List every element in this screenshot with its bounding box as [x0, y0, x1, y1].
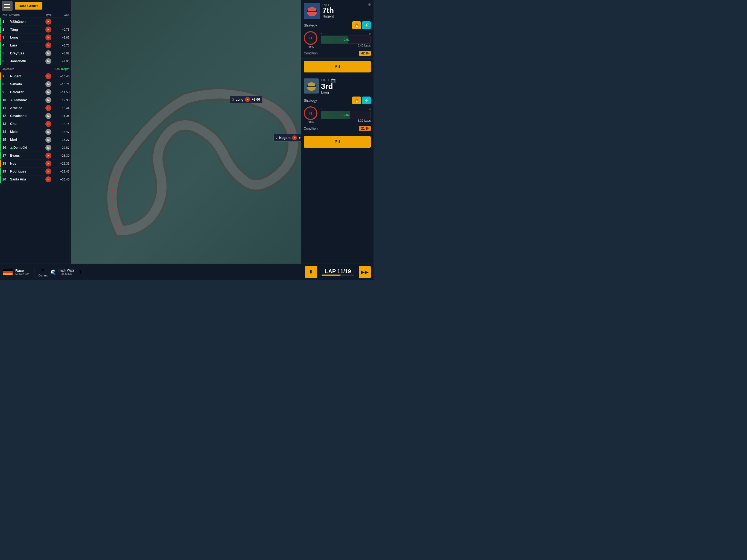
- gap-value: -: [55, 20, 70, 23]
- table-row[interactable]: 10 Antonov M +12.98: [0, 96, 71, 104]
- driver1-tyre-gauge: H: [304, 31, 317, 45]
- pos-num: 19: [2, 170, 10, 173]
- gap-value: +12.98: [55, 98, 70, 102]
- drivers-header: Drivers: [9, 13, 45, 17]
- driver-name: Dreyfuss: [10, 51, 45, 55]
- table-row[interactable]: 7 Nugent H +10.45: [0, 73, 71, 80]
- tyre-badge: H: [45, 34, 51, 41]
- table-row[interactable]: 5 Dreyfuss M +8.02: [0, 50, 71, 57]
- table-row[interactable]: 6 Jónsdóttir M +9.95: [0, 57, 71, 65]
- driver-name: Noy: [10, 161, 45, 166]
- table-row[interactable]: 13 Chu H +15.74: [0, 120, 71, 128]
- race-info: Race Munich GP: [15, 269, 29, 276]
- table-row[interactable]: 16 Dembélé M +22.57: [0, 144, 71, 152]
- fast-forward-button[interactable]: ▶▶: [359, 266, 371, 278]
- driver1-avatar: [304, 3, 320, 19]
- bubble-pos: 7: [276, 136, 278, 139]
- table-row[interactable]: 4 Lara H +6.78: [0, 42, 71, 50]
- table-row[interactable]: 14 Melo M +16.47: [0, 128, 71, 136]
- table-row[interactable]: 19 Rodrigues H +29.43: [0, 168, 71, 176]
- position-up-indicator: [10, 99, 13, 101]
- tyre-header: Tyre: [45, 13, 55, 17]
- weather-icon: ☀: [41, 267, 45, 274]
- driver1-tyre-fuel: H 68% EF +0.01 8.40 Laps: [304, 31, 371, 49]
- tyre-badge: H: [45, 169, 51, 175]
- table-row[interactable]: 12 Cavalcanti M +14.34: [0, 112, 71, 120]
- table-row[interactable]: 9 Balcazar M +11.58: [0, 88, 71, 96]
- driver2-strategy-row: Strategy 🔥 ⚡: [304, 97, 371, 104]
- table-row[interactable]: 11 Arbeloa H +13.44: [0, 104, 71, 112]
- svg-rect-10: [308, 86, 315, 87]
- pos-num: 11: [2, 106, 10, 110]
- driver-name: Lara: [10, 44, 45, 47]
- table-row[interactable]: 2 Täng H +0.73: [0, 26, 71, 34]
- pos-num: 12: [2, 114, 10, 118]
- driver2-position: 3rd: [321, 82, 371, 90]
- driver2-info: Lap 11 📷 3rd Long: [321, 77, 371, 94]
- pos-num: 6: [2, 59, 10, 63]
- gap-value: +0.73: [55, 28, 70, 31]
- pause-button[interactable]: ⏸: [305, 266, 317, 278]
- menu-button[interactable]: [2, 1, 12, 11]
- settings-icon[interactable]: ⚙: [368, 2, 371, 6]
- driver1-pit-button[interactable]: Pit: [304, 61, 371, 73]
- driver2-condition-label: Condition:: [304, 127, 318, 130]
- driver2-power-strategy-btn[interactable]: ⚡: [362, 97, 371, 104]
- driver1-fuel-container: EF +0.01 8.40 Laps: [321, 33, 371, 47]
- tyre-badge: M: [45, 81, 51, 87]
- driver2-strategy-label: Strategy: [304, 98, 317, 103]
- gap-value: +15.74: [55, 122, 70, 126]
- table-row[interactable]: 15 Mori M +18.27: [0, 136, 71, 144]
- data-centre-button[interactable]: Data Centre: [15, 2, 42, 9]
- pos-num: 8: [2, 82, 10, 86]
- driver1-fuel-strategy-btn[interactable]: 🔥: [352, 21, 361, 29]
- tyre-badge: M: [45, 89, 51, 95]
- driver1-condition-label: Condition:: [304, 51, 318, 55]
- driver2-name: Long: [321, 90, 371, 94]
- table-row[interactable]: 20 Santa Ana H +36.45: [0, 176, 71, 183]
- gap-value: +29.43: [55, 170, 70, 173]
- pos-num: 17: [2, 154, 10, 157]
- table-row[interactable]: 17 Evans H +23.30: [0, 152, 71, 160]
- lap-progress: [321, 275, 354, 276]
- driver2-fuel-strategy-btn[interactable]: 🔥: [352, 97, 361, 104]
- bubble-tyre: H: [245, 97, 250, 102]
- pos-num: 5: [2, 51, 10, 55]
- track-background: 3 Long H +2.66 7 Nugent H +10.48: [71, 0, 301, 263]
- tyre-badge: H: [45, 160, 51, 167]
- bottom-bar: Race Munich GP ☀ Current 🌊 Track Water 3…: [0, 263, 374, 280]
- driver2-laps-remain: 8.32 Laps: [321, 119, 371, 122]
- gap-value: +8.02: [55, 52, 70, 55]
- driver2-tyre-gauge: H: [304, 106, 317, 120]
- gap-value: +2.66: [55, 36, 70, 39]
- svg-rect-0: [71, 0, 301, 263]
- driver-name: Nugent: [10, 74, 45, 78]
- gap-header: Gap: [55, 13, 70, 17]
- driver-name: Santa Ana: [10, 177, 45, 181]
- driver2-tyre-fuel: H 68% EF +0.02 8.32 Laps: [304, 106, 371, 124]
- right-panel: Lap 11 7th Nugent ⚙ Strategy 🔥 ⚡ H 68%: [301, 0, 374, 280]
- tyre-badge: M: [45, 50, 51, 56]
- gap-value: +13.44: [55, 106, 70, 110]
- tyre-badge: M: [45, 129, 51, 135]
- time-left: 36 MINS: [58, 272, 75, 275]
- column-headers: Pos Drivers Tyre Gap: [0, 12, 71, 18]
- gap-value: +11.58: [55, 91, 70, 94]
- driver-name: Cavalcanti: [10, 114, 45, 118]
- table-row[interactable]: 8 Sabado M +10.71: [0, 80, 71, 88]
- driver2-pit-button[interactable]: Pit: [304, 136, 371, 148]
- header-bar: Data Centre: [0, 0, 71, 12]
- tyre-badge: H: [45, 42, 51, 48]
- tyre-badge: H: [45, 73, 51, 79]
- driver2-fuel-container: EF +0.02 8.32 Laps: [321, 108, 371, 122]
- table-row[interactable]: 1 Väänänen H -: [0, 18, 71, 26]
- driver1-tyre-pct: 68%: [308, 45, 314, 49]
- objective-status: On Target: [55, 67, 70, 71]
- bubble-tyre: H: [292, 135, 297, 140]
- driver2-fuel-value: +0.02: [342, 113, 350, 117]
- driver1-power-strategy-btn[interactable]: ⚡: [362, 21, 371, 29]
- table-row[interactable]: 18 Noy H +28.36: [0, 160, 71, 168]
- driver1-condition: Condition: 42 %: [304, 51, 371, 56]
- table-row[interactable]: 3 Long H +2.66: [0, 34, 71, 42]
- tyre-badge: H: [45, 153, 51, 159]
